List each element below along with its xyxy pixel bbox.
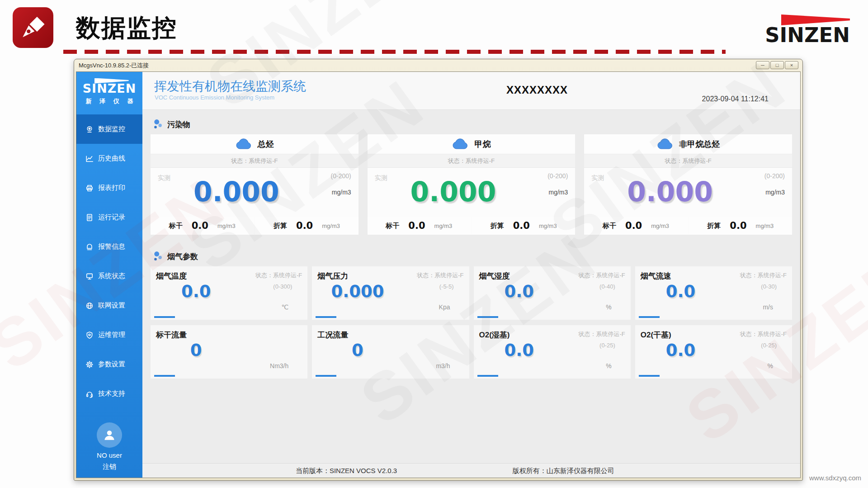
measured-value: 0.000 [151, 168, 359, 216]
sidebar-item-ops-management[interactable]: 运维管理 [76, 320, 142, 350]
tile-range: (0-25) [761, 342, 777, 349]
tile-status: 状态：系统停运-F [417, 271, 463, 280]
system-title: 挥发性有机物在线监测系统 [154, 78, 306, 95]
sidebar-item-run-log[interactable]: 运行记录 [76, 203, 142, 232]
copyright-text: 版权所有：山东新泽仪器有限公司 [513, 464, 614, 478]
sidebar-item-label: 系统状态 [98, 272, 125, 280]
tile-name: 工况流量 [317, 330, 463, 340]
sidebar-item-report-print[interactable]: 报表打印 [76, 173, 142, 203]
sidebar-item-tech-support[interactable]: 技术支持 [76, 379, 142, 408]
sidebar-item-network-settings[interactable]: 联网设置 [76, 291, 142, 320]
system-subtitle: VOC Continuous Emission Monitoring Syste… [155, 94, 274, 101]
website-url: www.sdxzyq.com [809, 474, 861, 482]
logout-link[interactable]: 注销 [103, 463, 116, 471]
standard-dry-cell: 标干 0.0 mg/m3 [368, 217, 471, 235]
tile-o2-wet: O2(湿基) 状态：系统停运-F (0-25) 0.0 % [474, 325, 631, 379]
tile-status: 状态：系统停运-F [740, 330, 787, 338]
sidebar-item-label: 运维管理 [98, 331, 125, 339]
measure-unit: mg/m3 [765, 189, 785, 196]
alarm-bell-icon [85, 243, 94, 251]
standard-dry-cell: 标干 0.0 mg/m3 [151, 217, 254, 235]
converted-cell: 折算 0.0 mg/m3 [689, 217, 792, 235]
logo-text: SINZEN [765, 23, 850, 47]
tile-value: 0 [312, 341, 403, 360]
app-footer: 当前版本：SINZEN VOCS V2.0.3 版权所有：山东新泽仪器有限公司 [142, 463, 800, 478]
converted-cell: 折算 0.0 mg/m3 [255, 217, 358, 235]
sidebar-item-history-curve[interactable]: 历史曲线 [76, 144, 142, 173]
tile-flue-humidity: 烟气湿度 状态：系统停运-F (0-40) 0.0 % [474, 266, 631, 320]
gear-icon [85, 360, 94, 369]
datetime-display: 2023-09-04 11:12:41 [702, 95, 769, 103]
sidebar-logo-text: SINZEN [83, 81, 137, 95]
pollutants-section-header: 污染物 [153, 119, 792, 130]
dashed-divider [63, 50, 726, 54]
tile-value: 0.000 [312, 282, 403, 301]
tile-value: 0.0 [151, 282, 241, 301]
cloud-icon [452, 138, 469, 150]
tile-status: 状态：系统停运-F [578, 271, 625, 280]
cloud-icon [656, 138, 674, 150]
globe-network-icon [85, 302, 94, 310]
tile-value: 0.0 [474, 282, 565, 301]
tile-accent-bar [154, 375, 175, 377]
tile-status: 状态：系统停运-F [255, 271, 302, 280]
tile-accent-bar [477, 316, 498, 318]
pollutant-card-ch4: 甲烷 状态：系统停运-F 实测 0.000 (0-200) mg/m3 [368, 134, 576, 235]
measure-range: (0-200) [331, 172, 351, 180]
sidebar-item-alarm-info[interactable]: 报警信息 [76, 232, 142, 261]
pen-nib-icon [19, 14, 47, 42]
slide-page: 数据监控 SINZEN www.sdxzyq.com McgsVnc-10.9.… [0, 0, 868, 488]
dashboard-body: 污染物 总烃 状态：系统停运-F 实测 0.000 [142, 110, 800, 463]
window-title: McgsVnc-10.9.85.2-已连接 [79, 62, 149, 70]
page-title: 数据监控 [76, 12, 177, 45]
tile-value: 0.0 [635, 282, 726, 301]
sidebar-nav: 数据监控 历史曲线 报表打印 运行记录 [76, 114, 142, 408]
flue-tiles: 烟气温度 状态：系统停运-F (0-300) 0.0 ℃ 烟气压力 状态：系统停… [151, 266, 792, 379]
tile-name: 标干流量 [156, 330, 302, 340]
pollutants-section-label: 污染物 [167, 119, 190, 130]
sidebar-user-block: NO user 注销 [76, 418, 142, 478]
sidebar-item-label: 参数设置 [98, 360, 125, 369]
maximize-button[interactable]: □ [770, 61, 784, 69]
pen-badge-icon [13, 7, 53, 48]
tile-status: 状态：系统停运-F [578, 330, 625, 338]
shield-icon [85, 331, 94, 339]
printer-icon [85, 184, 94, 192]
sidebar: SINZEN 新 泽 仪 器 数据监控 历史曲线 报表打印 [76, 72, 142, 478]
tile-range: (0-40) [599, 283, 615, 290]
tile-value: 0.0 [635, 341, 726, 360]
pollutant-card-nmhc: 非甲烷总烃 状态：系统停运-F 实测 0.000 (0-200) mg/m3 [584, 134, 792, 235]
sidebar-item-system-status[interactable]: 系统状态 [76, 261, 142, 291]
version-text: 当前版本：SINZEN VOCS V2.0.3 [296, 464, 397, 478]
sidebar-item-parameter-settings[interactable]: 参数设置 [76, 350, 142, 379]
standard-dry-cell: 标干 0.0 mg/m3 [584, 217, 687, 235]
tile-unit: % [606, 303, 611, 311]
tile-range: (0-30) [761, 283, 777, 290]
flue-section-label: 烟气参数 [167, 251, 198, 262]
sidebar-item-label: 数据监控 [98, 125, 125, 133]
tile-value: 0 [151, 341, 241, 360]
card-status: 状态：系统停运-F [368, 154, 576, 168]
app-header: 挥发性有机物在线监测系统 VOC Continuous Emission Mon… [142, 72, 800, 110]
minimize-button[interactable]: ─ [756, 61, 769, 69]
sidebar-item-label: 联网设置 [98, 301, 125, 310]
window-titlebar[interactable]: McgsVnc-10.9.85.2-已连接 ─ □ × [74, 59, 802, 71]
tile-working-flow: 工况流量 0 m3/h [312, 325, 469, 379]
tile-range: (0-25) [599, 342, 615, 349]
sidebar-item-label: 历史曲线 [98, 154, 125, 163]
tile-flue-pressure: 烟气压力 状态：系统停运-F (-5-5) 0.000 Kpa [312, 266, 469, 320]
pollutant-cards: 总烃 状态：系统停运-F 实测 0.000 (0-200) mg/m3 [151, 134, 792, 235]
cloud-icon [235, 138, 252, 150]
card-status: 状态：系统停运-F [151, 154, 359, 168]
close-button[interactable]: × [785, 61, 798, 69]
card-title: 总烃 [258, 139, 274, 150]
sidebar-item-data-monitor[interactable]: 数据监控 [76, 114, 142, 144]
user-avatar[interactable] [97, 422, 122, 448]
person-icon [102, 427, 117, 443]
measure-range: (0-200) [764, 172, 785, 180]
tile-accent-bar [477, 375, 498, 377]
sidebar-logo-subtext: 新 泽 仪 器 [86, 97, 137, 105]
tile-flue-temperature: 烟气温度 状态：系统停运-F (0-300) 0.0 ℃ [151, 266, 307, 320]
measure-unit: mg/m3 [549, 189, 568, 196]
tile-unit: m/s [763, 303, 773, 311]
